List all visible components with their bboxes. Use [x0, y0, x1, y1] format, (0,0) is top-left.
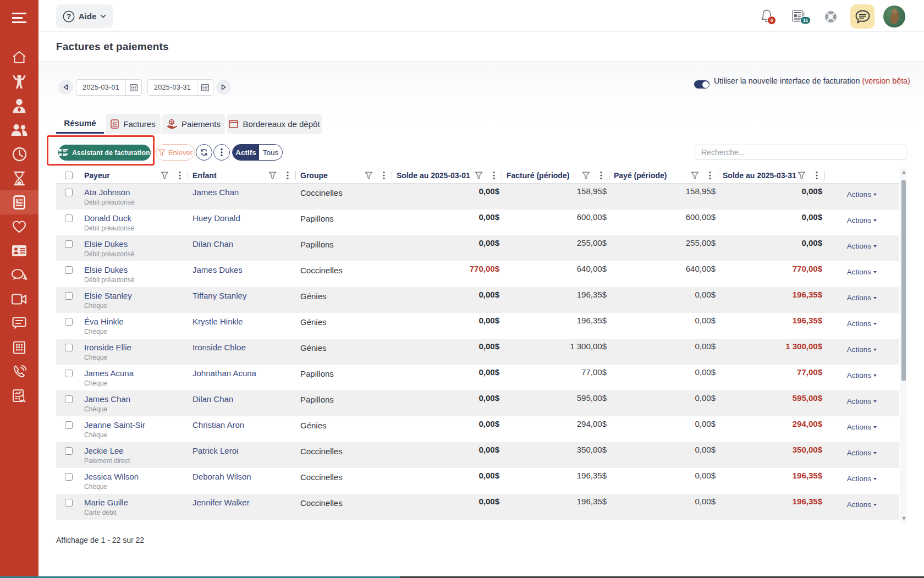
svg-text:$: $: [16, 198, 19, 203]
svg-text:$: $: [113, 121, 115, 124]
svg-text:?: ?: [66, 12, 71, 21]
